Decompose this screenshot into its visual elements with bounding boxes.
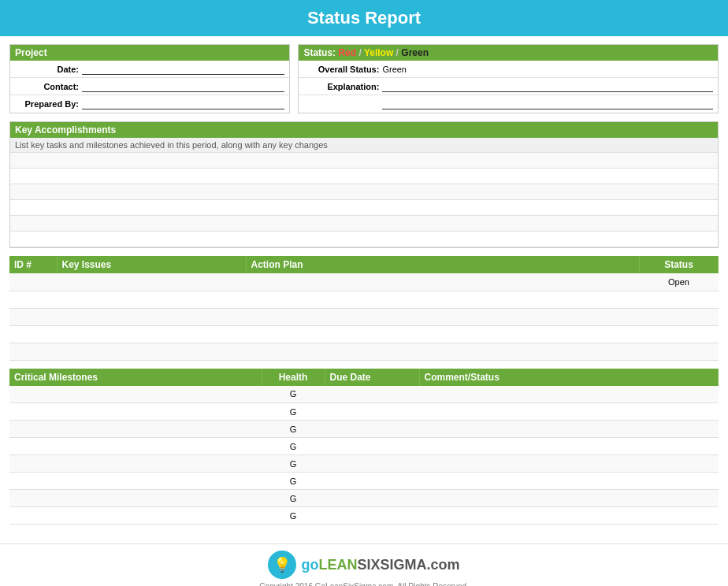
issues-row4-issue[interactable] xyxy=(57,325,246,343)
issues-row1-action[interactable] xyxy=(246,273,640,291)
milestone-row5-name[interactable] xyxy=(9,455,262,473)
issues-row3-id[interactable] xyxy=(9,308,57,325)
overall-status-value: Green xyxy=(382,65,407,74)
milestone-row3-name[interactable] xyxy=(9,421,262,438)
issues-row2-issue[interactable] xyxy=(57,291,246,308)
accomplishment-row-1[interactable] xyxy=(10,153,718,169)
accomplishment-row-3[interactable] xyxy=(10,184,718,200)
milestone-row8-name[interactable] xyxy=(9,507,262,525)
milestone-row1-name[interactable] xyxy=(9,386,262,403)
milestone-row5-comment[interactable] xyxy=(419,455,719,473)
milestone-row-1: G xyxy=(9,386,719,403)
issues-row2-status[interactable] xyxy=(640,291,719,308)
milestone-row4-name[interactable] xyxy=(9,438,262,455)
top-section: Project Date: Contact: Prepared By: Stat… xyxy=(9,44,719,113)
accomplishment-row-2[interactable] xyxy=(10,169,718,184)
milestone-row6-due[interactable] xyxy=(325,473,419,490)
contact-value[interactable] xyxy=(82,81,284,92)
issues-col-status: Status xyxy=(640,256,719,273)
date-value[interactable] xyxy=(82,64,284,75)
issues-row2-action[interactable] xyxy=(246,291,640,308)
footer-logo: 💡 goLEANSIXSIGMA.com xyxy=(6,551,722,579)
milestone-row-8: G xyxy=(9,507,719,525)
issues-row1-id[interactable] xyxy=(9,273,57,291)
accomplishments-hint: List key tasks and milestones achieved i… xyxy=(10,138,718,153)
status-green: Green xyxy=(401,47,429,58)
milestone-row1-due[interactable] xyxy=(325,386,419,403)
issues-row-2 xyxy=(9,291,719,308)
milestone-row-3: G xyxy=(9,421,719,438)
milestone-row3-due[interactable] xyxy=(325,421,419,438)
contact-label: Contact: xyxy=(15,82,82,91)
project-header: Project xyxy=(10,45,289,61)
accomplishment-row-5[interactable] xyxy=(10,216,718,232)
contact-row: Contact: xyxy=(10,78,289,95)
milestones-col-health: Health xyxy=(262,369,325,386)
issues-row5-action[interactable] xyxy=(246,343,640,360)
milestone-row7-comment[interactable] xyxy=(419,490,719,507)
issues-col-id: ID # xyxy=(9,256,57,273)
milestone-row7-name[interactable] xyxy=(9,490,262,507)
copyright-text: Copyright 2016 GoLeanSixSigma.com. All R… xyxy=(6,582,722,586)
milestone-row8-comment[interactable] xyxy=(419,507,719,525)
prepared-by-row: Prepared By: xyxy=(10,95,289,113)
milestone-row3-health[interactable]: G xyxy=(262,421,325,438)
milestone-row8-health[interactable]: G xyxy=(262,507,325,525)
milestone-row2-health[interactable]: G xyxy=(262,403,325,421)
milestone-row2-name[interactable] xyxy=(9,403,262,421)
milestone-row7-health[interactable]: G xyxy=(262,490,325,507)
milestones-table: Critical Milestones Health Due Date Comm… xyxy=(9,369,719,525)
issues-row3-status[interactable] xyxy=(640,308,719,325)
milestone-row-6: G xyxy=(9,473,719,490)
issues-row4-id[interactable] xyxy=(9,325,57,343)
issues-row1-issue[interactable] xyxy=(57,273,246,291)
accomplishment-row-6[interactable] xyxy=(10,232,718,247)
issues-row5-issue[interactable] xyxy=(57,343,246,360)
accomplishment-row-4[interactable] xyxy=(10,200,718,216)
milestone-row4-due[interactable] xyxy=(325,438,419,455)
overall-status-row: Overall Status: Green xyxy=(299,61,718,78)
issues-row-3 xyxy=(9,308,719,325)
issues-row2-id[interactable] xyxy=(9,291,57,308)
prepared-by-value[interactable] xyxy=(82,98,284,109)
milestone-row6-health[interactable]: G xyxy=(262,473,325,490)
issues-row-5 xyxy=(9,343,719,360)
status-header: Status: Red / Yellow / Green xyxy=(299,45,718,61)
milestone-row4-comment[interactable] xyxy=(419,438,719,455)
milestones-header-row: Critical Milestones Health Due Date Comm… xyxy=(9,369,719,386)
issues-row4-status[interactable] xyxy=(640,325,719,343)
logo-sigma: SIGMA xyxy=(380,557,426,573)
issues-row5-id[interactable] xyxy=(9,343,57,360)
issues-col-action: Action Plan xyxy=(246,256,640,273)
issues-row3-issue[interactable] xyxy=(57,308,246,325)
milestone-row3-comment[interactable] xyxy=(419,421,719,438)
milestone-row8-due[interactable] xyxy=(325,507,419,525)
milestone-row2-due[interactable] xyxy=(325,403,419,421)
issues-row1-status[interactable]: Open xyxy=(640,273,719,291)
main-content: Project Date: Contact: Prepared By: Stat… xyxy=(0,36,728,540)
milestone-row5-due[interactable] xyxy=(325,455,419,473)
issues-table: ID # Key Issues Action Plan Status Open xyxy=(9,256,719,361)
milestone-row6-name[interactable] xyxy=(9,473,262,490)
explanation-label: Explanation: xyxy=(303,82,382,91)
explanation-value2[interactable] xyxy=(382,98,713,109)
milestone-row6-comment[interactable] xyxy=(419,473,719,490)
issues-row4-action[interactable] xyxy=(246,325,640,343)
page-title: Status Report xyxy=(8,8,720,28)
logo-text-group: goLEANSIXSIGMA.com xyxy=(301,557,459,573)
bulb-icon: 💡 xyxy=(273,556,291,573)
explanation-value[interactable] xyxy=(382,81,713,92)
date-row: Date: xyxy=(10,61,289,78)
milestone-row1-comment[interactable] xyxy=(419,386,719,403)
milestones-col-duedate: Due Date xyxy=(325,369,419,386)
milestone-row4-health[interactable]: G xyxy=(262,438,325,455)
milestone-row7-due[interactable] xyxy=(325,490,419,507)
issues-row3-action[interactable] xyxy=(246,308,640,325)
logo-circle: 💡 xyxy=(268,551,296,579)
milestone-row2-comment[interactable] xyxy=(419,403,719,421)
issues-row5-status[interactable] xyxy=(640,343,719,360)
status-red: Red xyxy=(338,47,356,58)
milestone-row1-health[interactable]: G xyxy=(262,386,325,403)
logo-lean: LEAN xyxy=(318,557,357,573)
milestone-row5-health[interactable]: G xyxy=(262,455,325,473)
